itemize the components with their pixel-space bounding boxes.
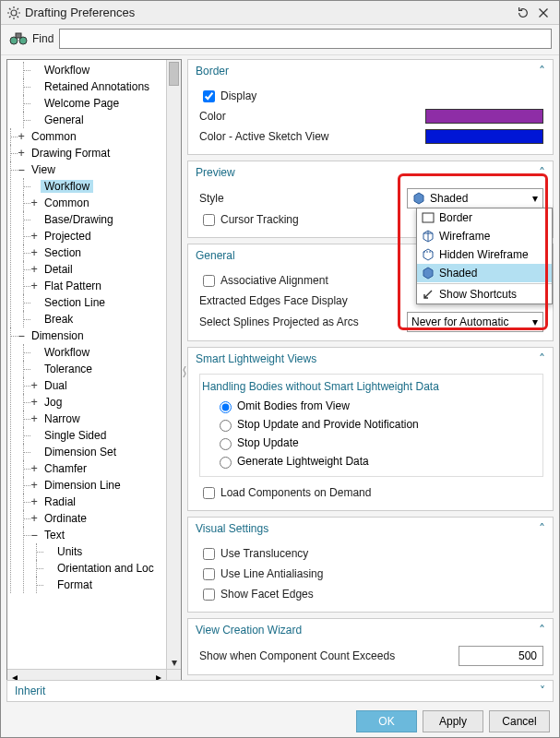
tree-item[interactable]: Retained Annotations (41, 80, 153, 93)
tree-item[interactable]: Common (41, 196, 93, 209)
facet-edges-checkbox[interactable] (203, 589, 215, 601)
tree-item-drawing-format[interactable]: Drawing Format (28, 147, 113, 160)
tree-item[interactable]: Jog (41, 396, 66, 409)
tree-vertical-scrollbar[interactable]: ▴ ▾ (166, 60, 181, 669)
cancel-button[interactable]: Cancel (489, 710, 550, 732)
tree-item-dimension[interactable]: Dimension (28, 329, 88, 342)
close-button[interactable] (533, 4, 554, 22)
dialog-title: Drafting Preferences (25, 6, 513, 19)
section-inherit[interactable]: Inherit ˅ (6, 680, 554, 702)
section-header-preview[interactable]: Preview ˄ (188, 161, 553, 184)
tree-item[interactable]: Break (41, 313, 77, 326)
tree-item[interactable]: Welcome Page (41, 97, 123, 110)
tree-item[interactable]: Radial (41, 495, 79, 508)
svg-line-8 (18, 8, 19, 10)
svg-rect-15 (423, 213, 434, 222)
tree-item[interactable]: Dimension Line (41, 479, 125, 492)
splines-combobox[interactable]: Never for Automatic ▾ (407, 312, 543, 332)
apply-button[interactable]: Apply (423, 710, 483, 732)
option-hidden-wireframe[interactable]: Hidden Wireframe (417, 245, 552, 264)
style-value: Shaded (430, 192, 468, 205)
tree-item[interactable]: Detail (41, 263, 77, 276)
component-count-input[interactable] (459, 646, 543, 666)
ok-button[interactable]: OK (356, 710, 417, 732)
tree-item[interactable]: Projected (41, 230, 95, 243)
find-input[interactable] (59, 29, 552, 49)
associative-alignment-checkbox[interactable] (203, 275, 215, 287)
smart-subheading: Handling Bodies without Smart Lightweigh… (202, 380, 537, 393)
antialias-checkbox[interactable] (203, 568, 215, 580)
border-icon (421, 210, 435, 225)
radio-stop-notify[interactable] (220, 420, 232, 432)
display-checkbox[interactable] (203, 90, 215, 102)
tree-item[interactable]: Chamfer (41, 462, 90, 475)
tree-item[interactable]: Ordinate (41, 512, 90, 525)
tree-item[interactable]: Flat Pattern (41, 280, 105, 292)
load-components-checkbox[interactable] (203, 487, 215, 499)
section-header-smart[interactable]: Smart Lightweight Views ˄ (188, 348, 553, 370)
hidden-wireframe-icon (421, 247, 435, 262)
tree-item[interactable]: Dimension Set (41, 446, 120, 458)
section-view-wizard: View Creation Wizard ˄ Show when Compone… (187, 618, 554, 675)
chevron-up-icon: ˄ (539, 351, 545, 366)
option-border[interactable]: Border (417, 208, 552, 227)
tree-toggle[interactable]: + (17, 147, 26, 160)
radio-omit-bodies[interactable] (220, 401, 232, 413)
radio-generate[interactable] (220, 457, 232, 469)
tree-item[interactable]: Workflow (41, 346, 93, 359)
color-active-swatch[interactable] (425, 129, 543, 144)
tree-item-view-workflow[interactable]: Workflow (41, 180, 93, 193)
svg-rect-13 (16, 33, 21, 38)
radio-stop-update[interactable] (220, 438, 232, 450)
cursor-tracking-checkbox[interactable] (203, 214, 215, 226)
svg-marker-19 (423, 249, 433, 260)
tree-item[interactable]: Orientation and Loc (54, 562, 158, 575)
tree-item[interactable]: General (41, 113, 88, 126)
style-combobox[interactable]: Shaded ▾ (407, 188, 543, 208)
section-header-visual[interactable]: Visual Settings ˄ (188, 518, 553, 540)
shaded-icon (421, 266, 435, 280)
tree-toggle[interactable]: + (17, 130, 26, 143)
tree-item[interactable]: Tolerance (41, 363, 96, 375)
tree-item[interactable]: Single Sided (41, 429, 110, 442)
tree-item[interactable]: Workflow (41, 64, 93, 77)
section-preview: Preview ˄ Style Shaded ▾ (187, 161, 554, 238)
section-smart-lightweight: Smart Lightweight Views ˄ Handling Bodie… (187, 347, 554, 511)
translucency-checkbox[interactable] (203, 548, 215, 560)
tree-item-view[interactable]: View (28, 163, 59, 176)
tree-toggle[interactable]: − (17, 163, 26, 176)
tree-item-text[interactable]: Text (41, 529, 68, 542)
tree-item[interactable]: Units (54, 545, 86, 558)
chevron-up-icon: ˄ (539, 165, 545, 180)
option-shaded[interactable]: Shaded (417, 264, 552, 282)
option-wireframe[interactable]: Wireframe (417, 227, 552, 245)
option-show-shortcuts[interactable]: Show Shortcuts (417, 285, 552, 304)
style-dropdown-list[interactable]: Border Wireframe Hidden Wireframe S (416, 208, 553, 304)
wireframe-icon (421, 229, 435, 244)
tree-toggle[interactable]: − (17, 329, 26, 342)
color-swatch[interactable] (425, 109, 543, 124)
section-visual-settings: Visual Settings ˄ Use Translucency Use L… (187, 517, 554, 613)
tree-item-common[interactable]: Common (28, 130, 80, 143)
category-tree[interactable]: Workflow Retained Annotations Welcome Pa… (6, 59, 182, 684)
dialog-footer: OK Apply Cancel (1, 706, 559, 737)
binoculars-icon (8, 30, 29, 47)
color-label: Color (199, 110, 425, 123)
load-components-label: Load Components on Demand (220, 486, 543, 499)
section-header-wizard[interactable]: View Creation Wizard ˄ (188, 619, 553, 641)
reset-button[interactable] (513, 4, 533, 22)
svg-marker-21 (423, 268, 433, 279)
splines-value: Never for Automatic (411, 315, 508, 328)
section-header-border[interactable]: Border ˄ (188, 60, 553, 82)
style-label: Style (199, 192, 407, 205)
tree-item[interactable]: Section Line (41, 296, 109, 309)
section-border: Border ˄ Display Color Color - Active Sk… (187, 59, 554, 155)
tree-item[interactable]: Format (54, 578, 96, 591)
chevron-down-icon: ˅ (540, 684, 545, 697)
tree-item[interactable]: Dual (41, 379, 71, 392)
tree-item[interactable]: Base/Drawing (41, 213, 117, 226)
tree-item[interactable]: Section (41, 246, 85, 259)
tree-item[interactable]: Narrow (41, 412, 84, 425)
shortcut-icon (421, 287, 435, 302)
chevron-down-icon: ▾ (528, 313, 542, 331)
